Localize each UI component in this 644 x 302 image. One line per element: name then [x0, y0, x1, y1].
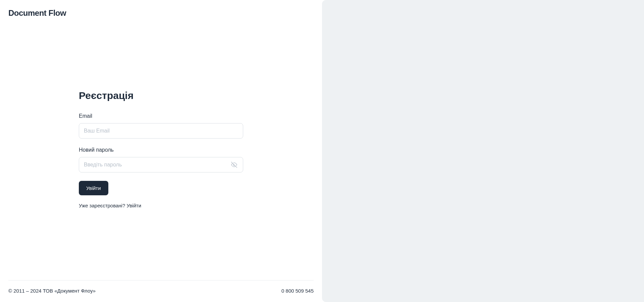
password-field[interactable] [79, 157, 243, 172]
registration-form-container: Реєстрація Email Новий пароль [8, 18, 314, 280]
email-field[interactable] [79, 123, 243, 139]
login-link[interactable]: Увійти [126, 203, 141, 208]
email-label: Email [79, 113, 243, 119]
app-logo: Document Flow [8, 8, 314, 18]
login-prompt: Уже зареєстровані? Увійти [79, 203, 243, 208]
login-prompt-text: Уже зареєстровані? [79, 203, 126, 208]
form-title: Реєстрація [79, 90, 243, 101]
right-decorative-panel [322, 0, 644, 302]
eye-off-icon [231, 162, 237, 168]
copyright-text: © 2011 – 2024 ТОВ «Документ Флоу» [8, 288, 96, 294]
password-visibility-toggle[interactable] [230, 160, 238, 169]
password-label: Новий пароль [79, 147, 243, 153]
phone-number: 0 800 509 545 [281, 288, 314, 294]
submit-button[interactable]: Увійти [79, 181, 108, 195]
footer: © 2011 – 2024 ТОВ «Документ Флоу» 0 800 … [8, 280, 314, 294]
